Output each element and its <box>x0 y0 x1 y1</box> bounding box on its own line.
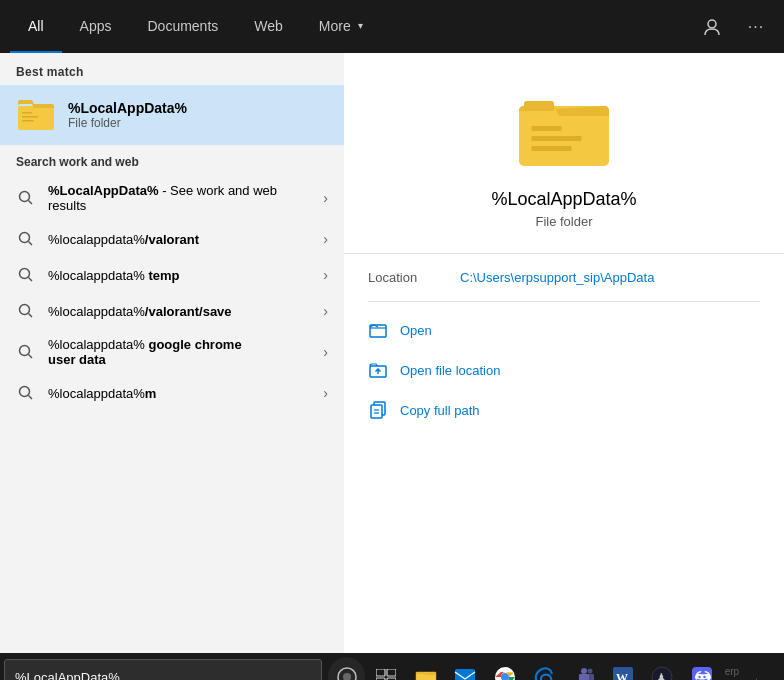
teams-button[interactable] <box>565 657 602 680</box>
edge-button[interactable] <box>525 657 562 680</box>
result-divider2 <box>368 301 760 302</box>
best-match-type: File folder <box>68 116 187 130</box>
result-title: %LocalAppData% <box>491 189 636 210</box>
tab-web[interactable]: Web <box>236 0 301 53</box>
list-item[interactable]: %localappdata%m › <box>0 375 344 411</box>
svg-point-15 <box>20 387 30 397</box>
cortana-button[interactable] <box>328 657 365 680</box>
svg-rect-18 <box>524 101 554 111</box>
search-icon <box>16 229 36 249</box>
chevron-down-icon: ▾ <box>358 20 363 31</box>
search-item-text: %localappdata% temp <box>48 268 311 283</box>
result-location: Location C:\Users\erpsupport_sip\AppData <box>344 270 784 301</box>
taskbar-search-box[interactable]: %LocalAppData% <box>4 659 322 680</box>
list-item[interactable]: %localappdata%/valorant › <box>0 221 344 257</box>
tab-apps[interactable]: Apps <box>62 0 130 53</box>
svg-rect-32 <box>387 669 396 676</box>
top-navigation: All Apps Documents Web More ▾ ··· <box>0 0 784 53</box>
svg-rect-31 <box>376 669 385 676</box>
tab-documents[interactable]: Documents <box>129 0 236 53</box>
svg-rect-2 <box>22 112 32 114</box>
list-item[interactable]: %localappdata% google chrome user data › <box>0 329 344 375</box>
search-icon <box>16 383 36 403</box>
svg-text:♟: ♟ <box>656 671 667 680</box>
best-match-item[interactable]: %LocalAppData% File folder <box>0 85 344 145</box>
list-item[interactable]: %LocalAppData% - See work and web result… <box>0 175 344 221</box>
svg-rect-3 <box>22 116 38 118</box>
svg-point-48 <box>698 676 700 678</box>
discord-button[interactable] <box>683 657 720 680</box>
outlook-button[interactable] <box>446 657 483 680</box>
search-item-text: %localappdata%/valorant/save <box>48 304 311 319</box>
copy-full-path-icon <box>368 400 388 420</box>
search-icon <box>16 342 36 362</box>
open-icon <box>368 320 388 340</box>
taskbar: %LocalAppData% <box>0 653 784 680</box>
svg-rect-4 <box>22 120 34 122</box>
taskbar-search-text: %LocalAppData% <box>15 670 311 681</box>
search-icon <box>16 188 36 208</box>
copy-full-path-label: Copy full path <box>400 403 480 418</box>
result-subtitle: File folder <box>535 214 592 229</box>
svg-point-5 <box>20 192 30 202</box>
user-icon[interactable] <box>694 9 730 45</box>
tab-more[interactable]: More ▾ <box>301 0 381 53</box>
list-item[interactable]: %localappdata% temp › <box>0 257 344 293</box>
task-view-button[interactable] <box>367 657 404 680</box>
chevron-right-icon: › <box>323 190 328 206</box>
location-value[interactable]: C:\Users\erpsupport_sip\AppData <box>460 270 654 285</box>
chevron-right-icon: › <box>323 344 328 360</box>
result-divider <box>344 253 784 254</box>
open-action[interactable]: Open <box>344 310 784 350</box>
right-panel: %LocalAppData% File folder Location C:\U… <box>344 53 784 653</box>
svg-line-14 <box>29 355 33 359</box>
svg-line-8 <box>29 242 33 246</box>
search-item-text: %localappdata%m <box>48 386 311 401</box>
svg-line-6 <box>29 201 33 205</box>
best-match-text: %LocalAppData% File folder <box>68 100 187 130</box>
open-file-location-label: Open file location <box>400 363 500 378</box>
copy-full-path-action[interactable]: Copy full path <box>344 390 784 430</box>
result-folder-icon <box>519 83 609 173</box>
chevron-right-icon: › <box>323 303 328 319</box>
search-item-text: %localappdata%/valorant <box>48 232 311 247</box>
svg-rect-19 <box>532 126 562 131</box>
more-options-icon[interactable]: ··· <box>738 9 774 45</box>
svg-point-0 <box>708 20 716 28</box>
svg-text:W: W <box>616 671 628 680</box>
svg-rect-1 <box>18 106 54 130</box>
open-file-location-icon <box>368 360 388 380</box>
open-file-location-action[interactable]: Open file location <box>344 350 784 390</box>
steam-button[interactable]: ♟ <box>644 657 681 680</box>
open-label: Open <box>400 323 432 338</box>
list-item[interactable]: %localappdata%/valorant/save › <box>0 293 344 329</box>
svg-point-9 <box>20 269 30 279</box>
svg-line-10 <box>29 278 33 282</box>
svg-point-30 <box>343 673 351 680</box>
svg-line-12 <box>29 314 33 318</box>
svg-rect-39 <box>579 674 589 680</box>
svg-point-7 <box>20 233 30 243</box>
svg-point-40 <box>581 668 587 674</box>
svg-point-11 <box>20 305 30 315</box>
search-web-header: Search work and web <box>0 145 344 175</box>
tab-all[interactable]: All <box>10 0 62 53</box>
svg-point-41 <box>587 669 592 674</box>
search-icon <box>16 301 36 321</box>
svg-rect-21 <box>532 146 572 151</box>
best-match-header: Best match <box>0 53 344 85</box>
search-item-text: %localappdata% google chrome user data <box>48 337 311 367</box>
svg-rect-42 <box>588 674 594 680</box>
svg-rect-20 <box>532 136 582 141</box>
svg-point-49 <box>703 676 705 678</box>
location-label: Location <box>368 270 448 285</box>
search-item-text: %LocalAppData% - See work and web result… <box>48 183 311 213</box>
explorer-button[interactable] <box>407 657 444 680</box>
chevron-right-icon: › <box>323 231 328 247</box>
left-panel: Best match %LocalAppData% File folder Se… <box>0 53 344 653</box>
chrome-button[interactable] <box>486 657 523 680</box>
word-button[interactable]: W <box>604 657 641 680</box>
best-match-name: %LocalAppData% <box>68 100 187 116</box>
svg-rect-26 <box>371 405 382 418</box>
main-content: Best match %LocalAppData% File folder Se… <box>0 53 784 653</box>
